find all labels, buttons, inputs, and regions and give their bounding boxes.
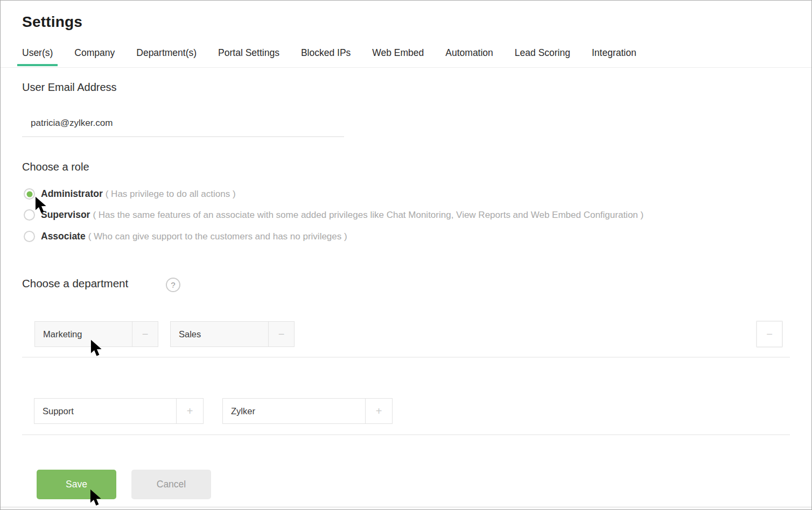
save-button[interactable]: Save bbox=[37, 470, 116, 499]
department-chip-support: Support + bbox=[34, 398, 204, 424]
tab-web-embed[interactable]: Web Embed bbox=[367, 46, 429, 66]
role-option-text: Supervisor( Has the same features of an … bbox=[41, 209, 643, 221]
department-chip-sales: Sales − bbox=[170, 321, 295, 347]
role-option-supervisor[interactable]: Supervisor( Has the same features of an … bbox=[24, 209, 643, 221]
bottom-strip bbox=[1, 507, 811, 509]
remove-department-button[interactable]: − bbox=[268, 322, 294, 346]
help-icon[interactable]: ? bbox=[166, 278, 180, 292]
add-department-button[interactable]: + bbox=[365, 399, 392, 423]
radio-button-icon[interactable] bbox=[24, 209, 35, 221]
role-option-text: Administrator( Has privilege to do all a… bbox=[41, 188, 236, 200]
role-option-name: Administrator bbox=[41, 188, 103, 199]
department-chip-label: Sales bbox=[171, 322, 268, 346]
choose-role-heading: Choose a role bbox=[22, 161, 89, 173]
tab-company[interactable]: Company bbox=[69, 46, 120, 66]
choose-department-heading: Choose a department bbox=[22, 277, 128, 290]
role-option-administrator[interactable]: Administrator( Has privilege to do all a… bbox=[24, 188, 236, 200]
plus-icon: + bbox=[376, 405, 382, 417]
cancel-button[interactable]: Cancel bbox=[131, 470, 211, 499]
radio-button-icon[interactable] bbox=[24, 231, 35, 242]
department-chip-label: Support bbox=[34, 399, 176, 423]
user-email-label: User Email Address bbox=[22, 81, 117, 94]
role-option-description: ( Has the same features of an associate … bbox=[93, 210, 643, 220]
minus-icon: − bbox=[766, 328, 773, 341]
radio-button-icon[interactable] bbox=[24, 188, 35, 200]
tab-users[interactable]: User(s) bbox=[17, 46, 58, 66]
user-email-input[interactable] bbox=[22, 114, 344, 137]
tab-portal-settings[interactable]: Portal Settings bbox=[213, 46, 284, 66]
role-option-description: ( Has privilege to do all actions ) bbox=[106, 189, 236, 199]
role-option-name: Associate bbox=[41, 231, 86, 242]
department-chip-marketing: Marketing − bbox=[34, 321, 158, 347]
page-title: Settings bbox=[22, 13, 82, 31]
tab-bar-divider bbox=[1, 67, 811, 68]
minus-icon: − bbox=[278, 328, 285, 341]
role-option-associate[interactable]: Associate( Who can give support to the c… bbox=[24, 231, 347, 242]
tab-integration[interactable]: Integration bbox=[587, 46, 641, 66]
remove-all-button[interactable]: − bbox=[756, 321, 783, 348]
tab-departments[interactable]: Department(s) bbox=[131, 46, 201, 66]
settings-tab-bar: User(s) Company Department(s) Portal Set… bbox=[17, 46, 641, 66]
role-option-name: Supervisor bbox=[41, 209, 90, 220]
tab-automation[interactable]: Automation bbox=[440, 46, 498, 66]
add-department-button[interactable]: + bbox=[176, 399, 203, 423]
role-option-description: ( Who can give support to the customers … bbox=[88, 231, 347, 242]
tab-lead-scoring[interactable]: Lead Scoring bbox=[510, 46, 575, 66]
department-chip-zylker: Zylker + bbox=[222, 398, 393, 424]
remove-department-button[interactable]: − bbox=[132, 322, 158, 346]
department-chip-label: Marketing bbox=[35, 322, 132, 346]
section-divider bbox=[22, 357, 790, 358]
department-chip-label: Zylker bbox=[223, 399, 365, 423]
plus-icon: + bbox=[187, 405, 193, 417]
role-option-text: Associate( Who can give support to the c… bbox=[41, 231, 347, 242]
settings-page: Settings User(s) Company Department(s) P… bbox=[0, 0, 812, 510]
tab-blocked-ips[interactable]: Blocked IPs bbox=[296, 46, 355, 66]
section-divider bbox=[22, 434, 790, 435]
minus-icon: − bbox=[142, 328, 149, 341]
